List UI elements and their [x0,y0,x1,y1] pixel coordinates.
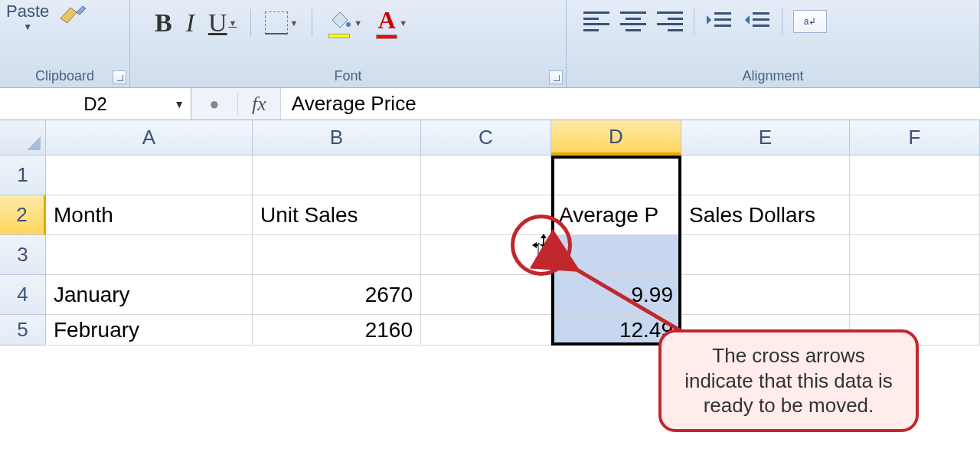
formula-input[interactable]: Average Price [280,88,980,120]
cell-B3[interactable] [253,235,421,275]
borders-dropdown-icon[interactable]: ▼ [289,18,298,28]
cell-B4[interactable]: 2670 [253,275,421,315]
spreadsheet-grid: A B C D E F 1 2 Month Unit Sales Average… [0,120,980,355]
cell-F1[interactable] [850,156,980,195]
cell-A2[interactable]: Month [46,195,253,235]
align-right-button[interactable] [657,11,683,31]
underline-dropdown-icon[interactable]: ▼ [229,18,237,28]
ribbon-group-alignment: a↲ Alignment [567,0,980,87]
row-header-1[interactable]: 1 [0,156,46,195]
cell-D2[interactable]: Average P [551,195,681,235]
formula-bar: D2 ▼ ● fx Average Price [0,88,980,120]
separator [782,8,782,35]
fill-color-button[interactable]: ▼ [326,8,362,38]
font-dialog-launcher[interactable] [549,70,563,84]
svg-rect-3 [714,25,731,27]
border-icon [265,11,288,34]
paste-button[interactable]: Paste ▼ [6,2,49,32]
name-box[interactable]: D2 ▼ [0,88,191,120]
font-color-button[interactable]: A ▼ [376,6,407,39]
column-header-A[interactable]: A [46,120,253,155]
cell-B1[interactable] [253,156,421,195]
ribbon-group-alignment-label: Alignment [567,67,979,87]
underline-button[interactable]: U▼ [208,8,237,38]
column-header-C[interactable]: C [421,120,551,155]
paste-label: Paste [6,2,49,21]
ribbon: Paste ▼ Clipboard B I U▼ ▼ [0,0,980,88]
increase-indent-button[interactable] [743,9,771,34]
borders-button[interactable]: ▼ [265,11,298,34]
cell-C5[interactable] [421,315,551,346]
align-center-button[interactable] [620,11,646,31]
ribbon-group-clipboard-label: Clipboard [0,67,129,87]
row-header-2[interactable]: 2 [0,195,46,235]
bold-button[interactable]: B [155,8,172,38]
formula-content: Average Price [292,92,416,116]
font-color-swatch [376,34,397,39]
row-1: 1 [0,156,980,195]
bucket-icon [326,8,352,34]
cancel-formula-button[interactable]: ● [191,94,237,114]
row-4: 4 January 2670 9.99 [0,275,980,315]
insert-function-button[interactable]: fx [237,93,280,116]
cell-A1[interactable] [46,156,253,195]
cell-C4[interactable] [421,275,551,315]
font-color-dropdown-icon[interactable]: ▼ [399,18,407,28]
ribbon-group-clipboard: Paste ▼ Clipboard [0,0,130,87]
cell-F3[interactable] [850,235,980,275]
svg-rect-1 [714,12,731,15]
cell-B2[interactable]: Unit Sales [253,195,421,235]
move-cursor-icon [532,234,555,260]
fill-color-dropdown-icon[interactable]: ▼ [354,18,362,28]
svg-point-0 [346,22,351,27]
name-box-value: D2 [83,93,107,115]
column-header-D[interactable]: D [551,120,681,155]
cell-E1[interactable] [681,156,850,195]
cell-F4[interactable] [850,275,980,315]
cell-A3[interactable] [46,235,253,275]
column-headers: A B C D E F [0,120,980,156]
ribbon-group-font-label: Font [130,67,566,87]
fill-color-swatch [328,34,350,38]
clipboard-dialog-launcher[interactable] [113,70,126,84]
svg-rect-4 [753,12,769,15]
row-header-4[interactable]: 4 [0,275,46,315]
format-painter-button[interactable] [57,2,89,28]
wrap-text-button[interactable]: a↲ [793,10,827,33]
separator [250,9,251,37]
font-color-letter: A [378,6,396,34]
separator [694,8,694,35]
cell-B5[interactable]: 2160 [253,315,421,346]
select-all-button[interactable] [0,120,46,155]
ribbon-group-font: B I U▼ ▼ ▼ A ▼ [130,0,567,87]
cell-D1[interactable] [551,156,681,195]
cell-A4[interactable]: January [46,275,253,315]
cell-F2[interactable] [850,195,980,235]
align-left-button[interactable] [583,11,609,31]
row-3: 3 [0,235,980,275]
italic-button[interactable]: I [186,8,194,38]
name-box-dropdown-icon[interactable]: ▼ [174,98,185,110]
separator [312,9,312,37]
row-header-5[interactable]: 5 [0,315,46,346]
svg-rect-6 [753,25,769,27]
decrease-indent-button[interactable] [705,9,733,34]
cell-E2[interactable]: Sales Dollars [681,195,850,235]
annotation-callout: The cross arrows indicate that this data… [658,329,919,432]
svg-rect-2 [714,18,731,21]
annotation-text: The cross arrows indicate that this data… [684,344,893,417]
column-header-E[interactable]: E [681,120,850,155]
paste-dropdown-icon[interactable]: ▼ [23,21,32,32]
column-header-F[interactable]: F [850,120,980,155]
row-header-3[interactable]: 3 [0,235,46,275]
cell-A5[interactable]: February [46,315,253,346]
cell-C1[interactable] [421,156,551,195]
row-2: 2 Month Unit Sales Average P Sales Dolla… [0,195,980,235]
svg-rect-5 [753,18,769,21]
column-header-B[interactable]: B [253,120,421,155]
